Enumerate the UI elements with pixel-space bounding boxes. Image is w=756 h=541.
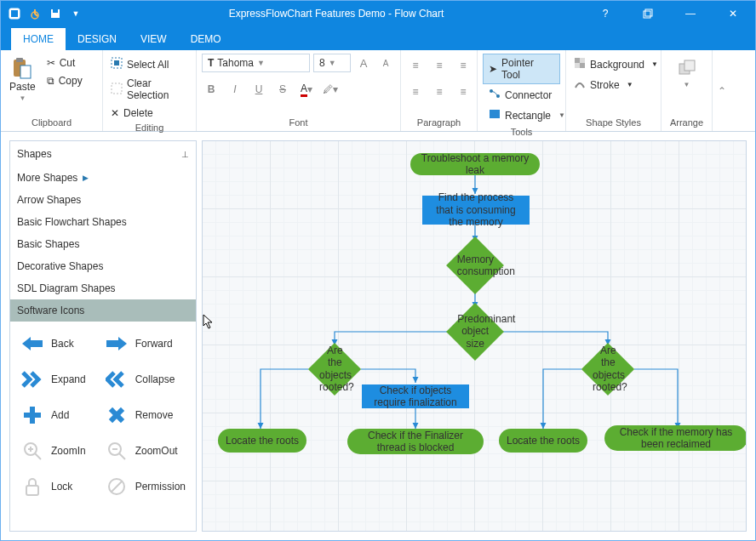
svg-rect-32 [26, 486, 38, 495]
add-icon [20, 403, 44, 427]
align-center-button[interactable]: ≡ [430, 83, 449, 101]
paste-label: Paste [9, 81, 36, 93]
node-process-find[interactable]: Find the process that is consuming the m… [422, 196, 530, 225]
group-arrange-label: Arrange [667, 116, 707, 129]
tab-home[interactable]: HOME [11, 28, 66, 50]
background-button[interactable]: Background▼ [571, 55, 661, 73]
align-left-button[interactable]: ≡ [406, 83, 425, 101]
group-shapestyles-label: Shape Styles [571, 116, 656, 129]
arrange-button[interactable]: ▼ [673, 54, 702, 92]
basic-shapes-item[interactable]: Basic Shapes [10, 233, 196, 255]
cut-icon: ✂ [47, 57, 55, 69]
grow-font-button[interactable]: A [354, 54, 373, 72]
node-locate-left[interactable]: Locate the roots [218, 429, 306, 453]
align-right-button[interactable]: ≡ [454, 83, 472, 101]
svg-rect-1 [11, 10, 18, 17]
shape-expand[interactable]: Expand [17, 364, 98, 395]
titlebar: ▼ ExpressFlowChart Features Demo - Flow … [1, 1, 755, 26]
node-decision-rooted-right[interactable]: Are the objects rooted? [581, 343, 634, 396]
font-name-combo[interactable]: TTahoma▼ [202, 54, 310, 72]
shape-permission[interactable]: Permission [101, 471, 189, 502]
align-bottom-button[interactable]: ≡ [454, 56, 472, 75]
more-shapes-item[interactable]: More Shapes▶ [10, 167, 196, 189]
qat-app-icon[interactable] [6, 5, 23, 22]
shape-zoomin[interactable]: ZoomIn [17, 436, 98, 466]
cut-button[interactable]: ✂Cut [44, 55, 85, 71]
permission-icon [105, 475, 129, 498]
delete-button[interactable]: ✕Delete [108, 105, 191, 121]
group-clipboard-label: Clipboard [6, 116, 97, 129]
forward-icon [105, 332, 129, 356]
node-decision-size[interactable]: Predominant object size [446, 303, 504, 361]
zoomin-icon [20, 439, 44, 463]
shrink-font-button[interactable]: A [376, 54, 395, 72]
bold-button[interactable]: B [202, 80, 220, 99]
highlight-button[interactable]: 🖉▾ [321, 80, 340, 99]
decorative-shapes-item[interactable]: Decorative Shapes [10, 255, 196, 277]
svg-line-30 [119, 453, 125, 459]
stroke-button[interactable]: Stroke▼ [571, 76, 661, 94]
qat-dropdown-icon[interactable]: ▼ [67, 5, 84, 22]
chevron-down-icon: ▼ [329, 59, 336, 67]
paste-button[interactable]: Paste ▼ [6, 54, 39, 105]
shapes-header: Shapes [17, 148, 52, 160]
connector-tool-button[interactable]: Connector [483, 85, 560, 105]
node-decision-rooted-left[interactable]: Are the objects rooted? [308, 343, 361, 396]
minimize-button[interactable]: — [673, 1, 707, 26]
rectangle-tool-button[interactable]: Rectangle▼ [483, 105, 560, 125]
group-paragraph-label: Paragraph [406, 116, 472, 129]
pointer-tool-button[interactable]: ➤Pointer Tool [483, 54, 560, 84]
node-finalizer[interactable]: Check if the Finalizer thread is blocked [347, 429, 484, 454]
strike-button[interactable]: S [273, 80, 292, 99]
lock-icon [20, 475, 44, 498]
svg-rect-12 [112, 83, 122, 94]
shape-back[interactable]: Back [17, 328, 98, 359]
basic-flowchart-item[interactable]: Basic Flowchart Shapes [10, 211, 196, 233]
svg-rect-8 [16, 58, 23, 62]
node-decision-memory[interactable]: Memory consumption [446, 236, 504, 294]
qat-touch-icon[interactable] [26, 5, 43, 22]
select-all-button[interactable]: Select All [108, 55, 191, 73]
align-middle-button[interactable]: ≡ [430, 56, 449, 75]
sdl-shapes-item[interactable]: SDL Diagram Shapes [10, 277, 196, 299]
svg-line-34 [112, 481, 122, 492]
pin-icon[interactable]: ⊥ [181, 150, 189, 159]
shape-collapse[interactable]: Collapse [101, 364, 189, 395]
shape-zoomout[interactable]: ZoomOut [101, 436, 189, 466]
collapse-ribbon-button[interactable]: ⌃ [713, 50, 731, 131]
arrow-shapes-item[interactable]: Arrow Shapes [10, 189, 196, 211]
flowchart-canvas[interactable]: Troubleshoot a memory leak Find the proc… [202, 140, 747, 532]
rectangle-icon [489, 109, 501, 122]
shape-lock[interactable]: Lock [17, 471, 98, 502]
clear-selection-button[interactable]: Clear Selection [108, 76, 191, 103]
close-button[interactable]: ✕ [716, 1, 750, 26]
restore-button[interactable] [631, 1, 665, 26]
font-size-combo[interactable]: 8▼ [313, 54, 351, 72]
window-title: ExpressFlowChart Features Demo - Flow Ch… [84, 8, 588, 20]
font-color-button[interactable]: A▾ [297, 80, 316, 99]
node-process-finalization[interactable]: Check if objects require finalization [362, 384, 469, 408]
italic-button[interactable]: I [226, 80, 244, 99]
svg-rect-17 [575, 58, 580, 63]
align-top-button[interactable]: ≡ [406, 56, 425, 75]
svg-rect-6 [645, 9, 652, 16]
svg-rect-11 [114, 60, 119, 65]
ribbon: Paste ▼ ✂Cut ⧉Copy Clipboard Select All … [1, 50, 755, 132]
tab-design[interactable]: DESIGN [66, 28, 129, 50]
stroke-icon [574, 77, 586, 92]
qat-save-icon[interactable] [47, 5, 64, 22]
shape-remove[interactable]: Remove [101, 400, 189, 430]
node-start[interactable]: Troubleshoot a memory leak [410, 153, 540, 175]
tab-demo[interactable]: DEMO [179, 28, 233, 50]
tab-view[interactable]: VIEW [129, 28, 179, 50]
select-all-icon [111, 57, 123, 71]
underline-button[interactable]: U [249, 80, 268, 99]
shape-add[interactable]: Add [17, 400, 98, 430]
clear-icon [111, 83, 123, 97]
help-button[interactable]: ? [588, 1, 622, 26]
shape-forward[interactable]: Forward [101, 328, 189, 359]
software-icons-item[interactable]: Software Icons [10, 299, 196, 322]
node-reclaimed[interactable]: Check if the memory has been reclaimed [604, 425, 747, 451]
node-locate-right[interactable]: Locate the roots [499, 429, 587, 453]
copy-button[interactable]: ⧉Copy [44, 73, 85, 88]
